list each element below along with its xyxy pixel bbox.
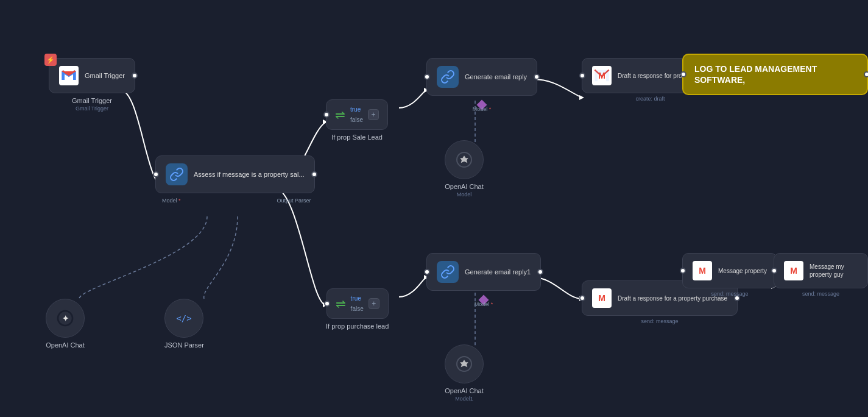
svg-text:M: M [699, 266, 706, 276]
draft-purchase-gmail-icon: M [592, 288, 612, 308]
msg-prop-guy-input[interactable] [771, 268, 777, 274]
if-sale-input[interactable] [323, 112, 330, 118]
sale-add-btn[interactable]: + [368, 109, 379, 120]
filter-purchase-icon: ⇌ [336, 296, 346, 311]
openai-model1-subtitle: Model1 [455, 396, 473, 402]
openai-model1-circle[interactable] [445, 344, 484, 383]
gmail-trigger-node[interactable]: ⚡ Gmail Trigger Gmail Trigger Gmail Tri [49, 58, 135, 112]
gen-reply-output[interactable] [534, 74, 540, 80]
gen-reply-node[interactable]: Generate email reply Model * [426, 58, 537, 96]
log-lead-node[interactable]: LOG TO LEAD MANAGEMENT SOFTWARE, [682, 54, 868, 95]
filter-purchase-branches: true false [351, 295, 364, 312]
msg-prop-guy-gmail-icon: M [784, 261, 803, 280]
output-parser-label: Output Parser [277, 198, 311, 204]
sale-false-label: false [350, 116, 363, 123]
purchase-add-btn[interactable]: + [369, 298, 379, 309]
message-prop-subtitle: send: message [711, 291, 749, 297]
log-lead-text: LOG TO LEAD MANAGEMENT SOFTWARE, [694, 63, 856, 85]
svg-text:✦: ✦ [62, 314, 69, 323]
draft-purchase-subtitle: send: message [641, 318, 679, 324]
if-sale-box[interactable]: ⇌ true false + [326, 99, 388, 130]
if-purchase-node[interactable]: ⇌ true false + If prop purchase lead [326, 288, 389, 330]
gen-reply1-output[interactable] [537, 269, 543, 275]
trigger-icon: ⚡ [44, 54, 57, 66]
assess-input[interactable] [153, 171, 159, 177]
json-parser-node[interactable]: </> JSON Parser [164, 299, 204, 349]
filter-sale-branches: true false [350, 106, 363, 123]
output-connector[interactable] [132, 73, 138, 79]
gmail-trigger-title: Gmail Trigger [72, 97, 112, 104]
purchase-false-label: false [351, 305, 364, 312]
gmail-icon [59, 66, 79, 85]
message-prop-node[interactable]: M Message property send: message [682, 253, 777, 297]
log-lead-input[interactable] [680, 71, 686, 77]
if-purchase-input[interactable] [324, 301, 330, 307]
sale-true-label: true [350, 106, 363, 113]
openai-chat-node[interactable]: ✦ OpenAI Chat [46, 299, 85, 349]
msg-prop-guy-label: Message my property guy [810, 263, 858, 279]
gen-reply-input[interactable] [424, 74, 430, 80]
gen-reply-chain-icon [437, 66, 459, 88]
draft-sale-gmail-icon: M [592, 66, 612, 85]
assess-label: Assess if message is a property sal... [194, 170, 305, 179]
log-lead-output[interactable] [864, 71, 868, 77]
json-parser-title: JSON Parser [164, 341, 204, 349]
svg-text:M: M [790, 266, 797, 276]
openai-model-node[interactable]: OpenAI Chat Model [445, 140, 484, 198]
svg-text:</>: </> [177, 313, 192, 323]
message-prop-gmail-icon: M [693, 261, 712, 280]
purchase-true-label: true [351, 295, 364, 302]
openai-model1-node[interactable]: OpenAI Chat Model1 [445, 344, 484, 402]
gmail-trigger-subtitle: Gmail Trigger [76, 105, 108, 112]
if-sale-title: If prop Sale Lead [331, 134, 383, 141]
json-parser-circle[interactable]: </> [164, 299, 203, 338]
gen-reply-label: Generate email reply [465, 73, 527, 81]
draft-sale-subtitle: create: draft [635, 96, 665, 102]
filter-sale-icon: ⇌ [335, 107, 345, 122]
gen-reply1-model-label: Model * [475, 301, 493, 307]
openai-model-circle[interactable] [445, 140, 484, 179]
gen-reply1-node[interactable]: Generate email reply1 Model * [426, 253, 541, 291]
message-prop-label: Message property [718, 267, 767, 275]
gen-reply1-input[interactable] [424, 269, 430, 275]
gen-reply1-label: Generate email reply1 [465, 268, 531, 276]
openai-chat-circle[interactable]: ✦ [46, 299, 85, 338]
draft-sale-input[interactable] [579, 73, 585, 79]
openai-model1-title: OpenAI Chat [445, 387, 484, 394]
svg-text:M: M [598, 293, 605, 303]
chain-icon [166, 163, 188, 185]
msg-prop-guy-node[interactable]: M Message my property guy + send: messag… [774, 253, 868, 297]
openai-model-title: OpenAI Chat [445, 183, 484, 190]
svg-text:M: M [598, 71, 605, 80]
assess-node[interactable]: Assess if message is a property sal... M… [155, 155, 315, 193]
if-purchase-title: If prop purchase lead [326, 323, 389, 330]
message-prop-input[interactable] [680, 268, 686, 274]
openai-chat-title: OpenAI Chat [46, 341, 85, 349]
draft-purchase-input[interactable] [579, 295, 585, 301]
gen-reply-model-label: Model * [473, 106, 492, 112]
openai-model-subtitle: Model [457, 191, 472, 198]
gen-reply1-chain-icon [437, 261, 459, 283]
if-purchase-box[interactable]: ⇌ true false + [326, 288, 389, 319]
model-label: Model * [162, 198, 181, 204]
msg-prop-guy-subtitle: send: message [802, 291, 839, 297]
gmail-trigger-label: Gmail Trigger [85, 71, 125, 80]
if-sale-node[interactable]: ⇌ true false + If prop Sale Lead [326, 99, 388, 141]
assess-output[interactable] [311, 171, 317, 177]
